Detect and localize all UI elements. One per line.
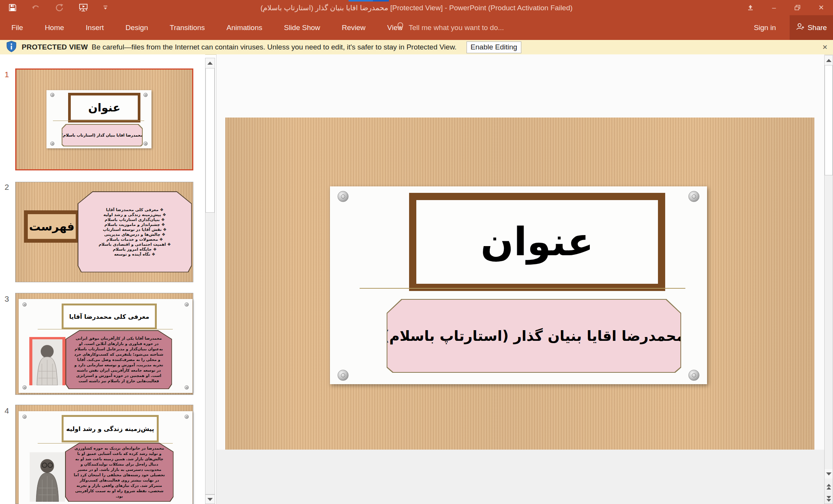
tell-me-box[interactable]: Tell me what you want to do... [397, 15, 504, 40]
title-slide-card: عنوان محمدرضا اقایا بنیان گذار (استارتاپ… [330, 186, 707, 384]
tab-transitions[interactable]: Transitions [168, 21, 206, 34]
ribbon: FileHomeInsertDesignTransitionsAnimation… [0, 15, 833, 40]
next-slide-button[interactable] [825, 493, 833, 504]
sign-in-button[interactable]: Sign in [754, 15, 776, 40]
lightbulb-icon [397, 22, 404, 33]
undo-icon[interactable] [31, 3, 40, 12]
tab-slide-show[interactable]: Slide Show [282, 21, 322, 34]
thumbnail-slide-2[interactable]: فهرست ❖ معرفی کلی محمدرضا آقایا❖ پیش‌زمی… [15, 182, 193, 282]
enable-editing-button[interactable]: Enable Editing [467, 41, 521, 53]
title-bar: محمدرضا اقایا بنیان گذار (استارتاپ باسلا… [0, 0, 833, 15]
toc-item: ❖ پیش‌زمینه زندگی و رشد اولیه [104, 212, 166, 217]
thumbnail-slide-1[interactable]: عنوان محمدرضا اقایا بنیان گذار (استارتاپ… [15, 68, 193, 170]
slide-thumbnails-pane: 1 2 3 4 عنوان محمدرضا اقایا بنیان گذار (… [0, 54, 205, 504]
slide-subtitle-box[interactable]: محمدرضا اقایا بنیان گذار (استارتاپ باسلا… [387, 299, 681, 373]
previous-slide-button[interactable] [825, 481, 833, 492]
tab-insert[interactable]: Insert [84, 21, 105, 34]
thumbnails-scrollbar[interactable] [205, 58, 215, 494]
close-icon[interactable]: ✕ [809, 0, 833, 15]
toc-item: ❖ اهمیت اجتماعی و اقتصادی باسلام [99, 242, 171, 247]
ribbon-display-options-icon[interactable] [739, 0, 762, 15]
protected-view-message: Be careful—files from the Internet can c… [92, 43, 457, 51]
thumb3-body: محمدرضا آقایا یکی از کارآفرینان موفق ایر… [73, 336, 164, 384]
slide-editor-area: عنوان محمدرضا اقایا بنیان گذار (استارتاپ… [217, 54, 824, 504]
share-label: Share [808, 24, 827, 32]
minimize-icon[interactable]: – [762, 0, 786, 15]
slide-subtitle-text: محمدرضا اقایا بنیان گذار (استارتاپ باسلا… [383, 328, 685, 344]
start-from-beginning-icon[interactable] [78, 3, 88, 12]
editor-scroll-down-icon[interactable] [825, 469, 833, 479]
ribbon-tabs: FileHomeInsertDesignTransitionsAnimation… [0, 15, 404, 40]
tab-design[interactable]: Design [124, 21, 150, 34]
slide-number-1: 1 [5, 70, 13, 79]
toc-item: ❖ جایگاه امروز باسلام [113, 247, 156, 252]
protected-bar-close-icon[interactable]: ✕ [822, 40, 828, 54]
toc-item: ❖ نقش آقایا در توسعه استارتاپ [103, 227, 167, 232]
thumb4-title: پیش‌زمینه زندگی و رشد اولیه [66, 425, 154, 432]
thumb4-portrait-photo [30, 452, 65, 502]
slide-divider-line [360, 288, 685, 289]
quick-access-toolbar [0, 0, 108, 15]
share-button[interactable]: Share [790, 15, 833, 40]
tab-file[interactable]: File [10, 21, 25, 34]
slide-number-3: 3 [5, 294, 13, 304]
share-person-icon [796, 22, 804, 33]
screw-top-left [338, 191, 349, 202]
window-title: محمدرضا اقایا بنیان گذار (استارتاپ باسلا… [114, 0, 719, 15]
save-icon[interactable] [8, 3, 17, 12]
redo-icon[interactable] [55, 3, 64, 12]
tab-review[interactable]: Review [340, 21, 367, 34]
editor-scroll-up-icon[interactable] [825, 56, 833, 65]
slide-title-text: عنوان [481, 223, 594, 261]
editor-bottom-margin [217, 450, 824, 504]
thumb1-title: عنوان [88, 101, 121, 114]
thumbnails-scroll-up-icon[interactable] [205, 58, 215, 68]
thumbnail-slide-4[interactable]: پیش‌زمینه زندگی و رشد اولیه محمدرضا در خ… [15, 405, 193, 504]
slide-number-2: 2 [5, 183, 13, 192]
toc-list: ❖ معرفی کلی محمدرضا آقایا❖ پیش‌زمینه زند… [78, 192, 191, 272]
top-edge-artifact [349, 0, 389, 2]
tab-animations[interactable]: Animations [225, 21, 264, 34]
customize-qat-icon[interactable] [103, 5, 108, 10]
tab-home[interactable]: Home [43, 21, 66, 34]
thumb3-title: معرفی کلی محمدرضا آقایا [69, 313, 149, 320]
powerpoint-window: محمدرضا اقایا بنیان گذار (استارتاپ باسلا… [0, 0, 833, 504]
slide-title-frame[interactable]: عنوان [409, 193, 665, 291]
screw-bottom-left [338, 370, 349, 381]
slide-number-4: 4 [5, 406, 13, 415]
thumb1-subtitle: محمدرضا اقایا بنیان گذار (استارتاپ باسلا… [61, 133, 143, 137]
toc-item: ❖ نگاه آینده و توسعه [114, 252, 155, 257]
screw-bottom-right [688, 370, 699, 381]
thumbnails-scrollbar-thumb[interactable] [205, 68, 215, 213]
editor-scrollbar-thumb[interactable] [825, 65, 833, 175]
slide-canvas[interactable]: عنوان محمدرضا اقایا بنیان گذار (استارتاپ… [225, 118, 814, 450]
shield-info-icon [6, 41, 16, 54]
toc-item: ❖ چالش‌ها و درس‌های مدیریتی [104, 232, 166, 237]
window-controls: – ✕ [739, 0, 833, 15]
toc-item: ❖ معرفی کلی محمدرضا آقایا [106, 207, 163, 212]
toc-item: ❖ چشم‌انداز و ماموریت باسلام [105, 222, 165, 227]
screw-top-right [688, 191, 699, 202]
thumb2-heading: فهرست [29, 220, 74, 233]
thumbnail-slide-3[interactable]: معرفی کلی محمدرضا آقایا محمدرضا آقایا یک… [15, 293, 193, 395]
thumb3-portrait-photo [29, 337, 65, 385]
toc-item: ❖ محصولات و خدمات باسلام [107, 237, 163, 242]
thumb4-body: محمدرضا در خانواده‌ای نزدیک به حوزه کشاو… [73, 446, 166, 499]
tell-me-label: Tell me what you want to do... [409, 24, 504, 32]
toc-item: ❖ بنیان‌گذاری استارتاپ باسلام [105, 217, 165, 222]
thumbnails-scroll-down-icon[interactable] [205, 494, 215, 504]
protected-view-bar: PROTECTED VIEW Be careful—files from the… [0, 40, 833, 55]
editor-scrollbar[interactable] [824, 55, 833, 504]
protected-view-label: PROTECTED VIEW [22, 43, 88, 51]
restore-icon[interactable] [786, 0, 809, 15]
